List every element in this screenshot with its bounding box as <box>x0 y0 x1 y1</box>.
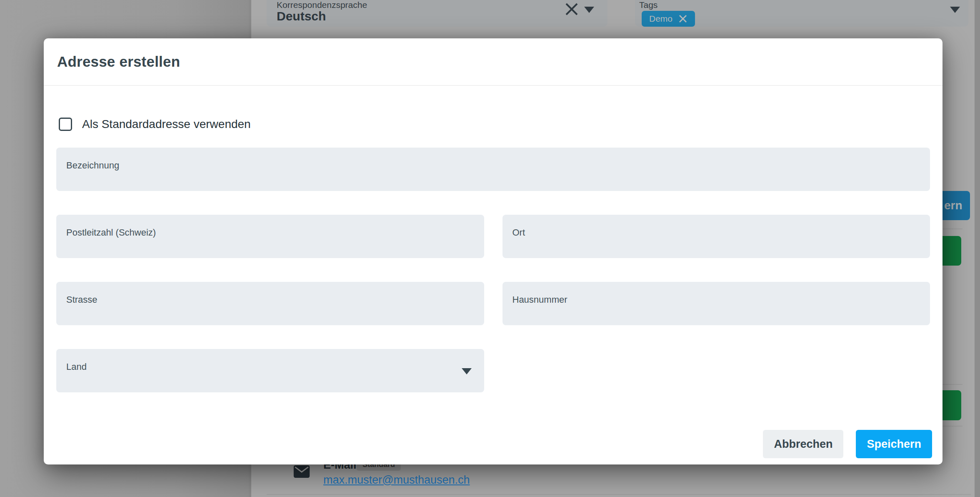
language-field-label: Korrespondenzsprache <box>277 0 367 10</box>
dialog-footer: Abbrechen Speichern <box>763 430 932 458</box>
dialog-title: Adresse erstellen <box>57 53 180 70</box>
dialog-body: Als Standardadresse verwenden Bezeichnun… <box>44 118 942 392</box>
bezeichnung-label: Bezeichnung <box>66 160 119 171</box>
screen: Korrespondenzsprache Deutsch Tags Demo e… <box>0 0 980 497</box>
language-field-value: Deutsch <box>277 9 326 23</box>
bezeichnung-input[interactable]: Bezeichnung <box>56 148 930 191</box>
default-address-checkbox[interactable] <box>59 118 72 131</box>
address-fields-grid: Bezeichnung Postleitzahl (Schweiz) Ort S… <box>56 148 930 392</box>
strasse-label: Strasse <box>66 294 98 305</box>
dialog-header: Adresse erstellen <box>44 38 942 86</box>
tag-remove-icon[interactable] <box>678 14 688 23</box>
create-address-dialog: Adresse erstellen Als Standardadresse ve… <box>44 38 942 464</box>
clear-icon[interactable] <box>564 2 579 17</box>
default-address-checkbox-label: Als Standardadresse verwenden <box>82 118 251 131</box>
cancel-button[interactable]: Abbrechen <box>763 430 843 458</box>
email-address-link[interactable]: max.muster@musthausen.ch <box>323 474 470 487</box>
hausnummer-input[interactable]: Hausnummer <box>502 282 930 325</box>
email-icon <box>293 465 310 480</box>
partial-button-text: ern <box>944 199 962 212</box>
postleitzahl-label: Postleitzahl (Schweiz) <box>66 227 156 238</box>
save-button[interactable]: Speichern <box>856 430 932 458</box>
hausnummer-label: Hausnummer <box>512 294 568 305</box>
strasse-input[interactable]: Strasse <box>56 282 484 325</box>
scrollbar[interactable] <box>975 0 980 497</box>
land-label: Land <box>66 361 87 372</box>
chevron-down-icon[interactable] <box>950 7 960 13</box>
ort-label: Ort <box>512 227 525 238</box>
default-address-checkbox-row[interactable]: Als Standardadresse verwenden <box>59 118 930 131</box>
postleitzahl-input[interactable]: Postleitzahl (Schweiz) <box>56 215 484 258</box>
land-select[interactable]: Land <box>56 349 484 392</box>
tag-chip-demo[interactable]: Demo <box>642 11 695 27</box>
chevron-down-icon[interactable] <box>462 368 472 374</box>
language-select-field[interactable]: Korrespondenzsprache Deutsch <box>267 0 608 27</box>
chevron-down-icon[interactable] <box>584 7 594 13</box>
tags-field-label: Tags <box>639 0 658 10</box>
section-divider <box>267 494 971 495</box>
tags-select-field[interactable]: Tags Demo <box>635 0 968 27</box>
ort-input[interactable]: Ort <box>502 215 930 258</box>
tag-chip-label: Demo <box>649 14 672 24</box>
